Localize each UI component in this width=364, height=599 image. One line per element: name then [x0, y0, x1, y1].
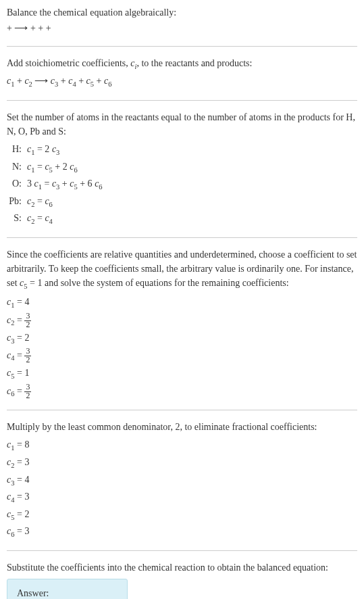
section-atoms: Set the number of atoms in the reactants… [7, 110, 357, 228]
frac-den: 2 [24, 392, 31, 400]
atom-s-label: S: [7, 211, 27, 227]
plus4: + [94, 76, 104, 86]
arrow: ⟶ [32, 76, 51, 86]
o-ex: + [59, 178, 70, 189]
coeff-val: 3 [24, 457, 29, 467]
atom-table: H: c1 = 2 c3 N: c1 = c5 + 2 c6 O: 3 c1 =… [7, 141, 357, 228]
atom-pb-label: Pb: [7, 194, 27, 210]
answer-box: Answer: 8 + 3 ⟶ 4 + 3 + 2 + 3 [7, 579, 128, 599]
plus1: + [14, 76, 24, 86]
atom-o-eq: 3 c1 = c3 + c5 + 6 c6 [27, 176, 357, 193]
atom-row-o: O: 3 c1 = c3 + c5 + 6 c6 [7, 176, 357, 193]
stoich-title-p2: , to the reactants and products: [136, 58, 252, 68]
frac-den: 2 [24, 356, 31, 364]
o-eq: = [42, 178, 52, 189]
divider [7, 46, 357, 47]
divider [7, 550, 357, 551]
atom-s-eq: c2 = c4 [27, 211, 357, 227]
coeff-eq: = [14, 457, 24, 467]
coeff-row: c4 = 32 [7, 347, 357, 365]
coeff-frac: 32 [24, 312, 31, 329]
coeff-row: c5 = 1 [7, 365, 357, 383]
atom-n-eq: c1 = c5 + 2 c6 [27, 160, 357, 176]
atom-o-label: O: [7, 176, 27, 193]
atom-n-label: N: [7, 160, 27, 176]
coeff-row: c4 = 3 [7, 489, 357, 506]
coeff-row: c2 = 3 [7, 454, 357, 472]
o-ex2s: 6 [99, 183, 102, 191]
atom-h-eq: c1 = 2 c3 [27, 142, 357, 158]
coeff-eq: = [14, 350, 24, 360]
coeff-list-frac: c1 = 4c2 = 32c3 = 2c4 = 32c5 = 1c6 = 32 [7, 294, 357, 400]
atom-h-label: H: [7, 142, 27, 158]
coeff-eq: = [14, 368, 24, 378]
coeff-eq: = [14, 526, 24, 536]
coeff-row: c3 = 2 [7, 330, 357, 348]
stoich-title-p1: Add stoichiometric coefficients, [7, 58, 130, 68]
pb-rs: 6 [49, 201, 53, 208]
coeff-eq: = [14, 333, 24, 343]
coeff-val: 1 [24, 368, 29, 378]
atom-row-s: S: c2 = c4 [7, 210, 357, 228]
coeff-val: 2 [24, 509, 29, 519]
o-pre: 3 [27, 178, 34, 189]
c6-s: 6 [108, 80, 111, 87]
atoms-title: Set the number of atoms in the reactants… [7, 110, 357, 139]
coeff-list-int: c1 = 8c2 = 3c3 = 4c4 = 3c5 = 2c6 = 3 [7, 437, 357, 540]
stoich-eq: c1 + c2 ⟶ c3 + c4 + c5 + c6 [7, 72, 357, 91]
section-solve: Since the coefficients are relative quan… [7, 247, 357, 401]
section-balance-intro: Balance the chemical equation algebraica… [7, 5, 357, 37]
substitute-title: Substitute the coefficients into the che… [7, 560, 357, 575]
coeff-frac: 32 [24, 383, 31, 400]
answer-label: Answer: [17, 586, 118, 599]
coeff-val: 8 [24, 439, 29, 450]
solve-p2: = 1 and solve the system of equations fo… [28, 278, 289, 288]
coeff-eq: = [14, 385, 24, 396]
coeff-val: 3 [24, 492, 29, 502]
coeff-eq: = [14, 492, 24, 502]
h-eq: = 2 [34, 144, 51, 154]
o-ex2: + 6 [78, 178, 95, 189]
coeff-eq: = [14, 315, 24, 325]
coeff-eq: = [14, 509, 24, 519]
plus3: + [76, 76, 86, 86]
atom-pb-eq: c2 = c6 [27, 194, 357, 210]
coeff-row: c6 = 3 [7, 523, 357, 541]
h-rs: 3 [56, 149, 59, 156]
n-eq: = [34, 162, 45, 172]
coeff-val: 4 [24, 297, 29, 307]
frac-den: 2 [24, 321, 31, 329]
coeff-row: c1 = 8 [7, 437, 357, 454]
stoich-title: Add stoichiometric coefficients, ci, to … [7, 56, 357, 72]
pb-eq: = [34, 196, 45, 206]
section-multiply: Multiply by the least common denominator… [7, 420, 357, 540]
coeff-frac: 32 [24, 348, 31, 364]
coeff-row: c6 = 32 [7, 383, 357, 401]
coeff-row: c3 = 4 [7, 472, 357, 489]
n-exs: 6 [74, 166, 77, 173]
atom-row-h: H: c1 = 2 c3 [7, 141, 357, 159]
divider [7, 410, 357, 410]
atom-row-n: N: c1 = c5 + 2 c6 [7, 159, 357, 176]
divider [7, 237, 357, 238]
plus2: + [58, 76, 68, 86]
s-rs: 4 [49, 218, 53, 225]
s-eq: = [34, 213, 45, 223]
coeff-row: c2 = 32 [7, 312, 357, 330]
coeff-eq: = [14, 297, 24, 307]
balance-eq: + ⟶ + + + [7, 20, 357, 37]
multiply-title: Multiply by the least common denominator… [7, 420, 357, 434]
coeff-val: 2 [24, 333, 29, 343]
coeff-eq: = [14, 439, 24, 450]
solve-title: Since the coefficients are relative quan… [7, 247, 357, 292]
coeff-row: c5 = 2 [7, 506, 357, 524]
balance-title: Balance the chemical equation algebraica… [7, 5, 357, 20]
section-substitute: Substitute the coefficients into the che… [7, 560, 357, 599]
section-stoich: Add stoichiometric coefficients, ci, to … [7, 56, 357, 91]
coeff-val: 3 [24, 526, 29, 536]
divider [7, 100, 357, 101]
coeff-eq: = [14, 475, 24, 485]
atom-row-pb: Pb: c2 = c6 [7, 193, 357, 211]
coeff-row: c1 = 4 [7, 294, 357, 312]
n-ex: + 2 [53, 162, 70, 172]
